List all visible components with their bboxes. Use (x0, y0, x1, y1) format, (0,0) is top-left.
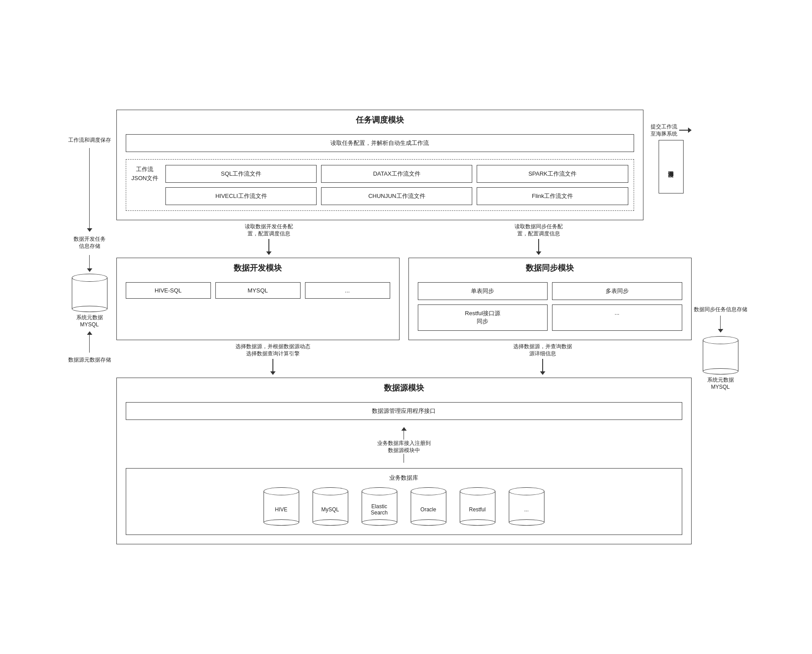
data-sync-module: 数据同步模块 单表同步 多表同步 Restful接口源 同步 ... (408, 258, 692, 340)
workflow-save-label: 工作流和调度保存 (68, 136, 111, 144)
data-sync-title: 数据同步模块 (409, 258, 691, 277)
task-read-box: 读取任务配置，并解析自动生成工作流 (126, 134, 634, 152)
register-arrow: 业务数据库接入注册到 数据源模块中 (126, 427, 682, 463)
business-db-label: 业务数据库 (135, 474, 673, 482)
arrow-sync-head (536, 251, 541, 255)
business-db-section: 业务数据库 HIVE MySQL (126, 468, 682, 535)
task-module: 任务调度模块 读取任务配置，并解析自动生成工作流 工作流 JSON文件 (116, 110, 643, 220)
sync-restful: Restful接口源 同步 (418, 304, 548, 330)
workflow-label: 工作流 JSON文件 (132, 165, 159, 182)
db-etc: ... (507, 487, 547, 526)
right-sync-label: 数据同步任务信息存储 (694, 306, 747, 313)
arrow-sync-label: 读取数据同步任务配 置，配置调度信息 (515, 223, 563, 237)
dev-etc: ... (305, 282, 390, 299)
center-content: 任务调度模块 读取任务配置，并解析自动生成工作流 工作流 JSON文件 (116, 110, 692, 544)
data-sync-grid: 单表同步 多表同步 Restful接口源 同步 ... (418, 282, 682, 330)
arrow-sync-to-source: 选择数据源，并查询数据 源详细信息 (513, 343, 572, 375)
cyl-body (72, 278, 107, 309)
wf-datax: DATAX工作流文件 (321, 165, 472, 183)
wf-spark: SPARK工作流文件 (477, 165, 628, 183)
wf-chunjun: CHUNJUN工作流文件 (321, 187, 472, 205)
mid-to-ds-arrows: 选择数据源，并根据数据源动态 选择数据查询计算引擎 选择数据源，并查询数据 源详… (116, 340, 692, 378)
right-side-panel: 数据同步任务信息存储 系统元数据 MYSQL (692, 110, 750, 390)
db-icons-row: HIVE MySQL (135, 487, 673, 526)
right-arrow-down (718, 316, 723, 333)
task-to-mid-arrows: 读取数据开发任务配 置，配置调度信息 读取数据同步任务配 置，配置调度信息 (116, 220, 692, 258)
cyl-bottom (72, 306, 107, 312)
dev-hive: HIVE-SQL (126, 282, 211, 299)
arrow-dev-to-source: 选择数据源，并根据数据源动态 选择数据查询计算引擎 (235, 343, 310, 375)
data-dev-title: 数据开发模块 (117, 258, 399, 277)
data-source-module: 数据源模块 数据源管理应用程序接口 业务数据库接入注册到 数据源模块中 业务数据… (116, 378, 692, 544)
db-restful: Restful (458, 487, 498, 526)
data-dev-grid: HIVE-SQL MYSQL ... (126, 282, 390, 299)
left-sys-db (70, 274, 110, 312)
workflow-area: 工作流 JSON文件 SQL工作流文件 DATAX工作流文件 SPARK工作流文… (126, 159, 634, 211)
arrow-dev-head (266, 251, 272, 255)
submit-arrow-group: 提交工作流 至海豚系统 (651, 123, 692, 137)
wf-hivecli: HIVECLI工作流文件 (165, 187, 317, 205)
mid-row: 数据开发模块 HIVE-SQL MYSQL ... 数据同步模块 单表 (116, 258, 692, 340)
arrow-sync-line (538, 239, 539, 251)
arrow-dev-source-line (272, 359, 273, 371)
right-sys-db (701, 336, 741, 374)
main-diagram: 工作流和调度保存 数据开发任务 信息存储 系统元数 (49, 96, 763, 558)
dolphin-section: 提交工作流 至海豚系统 海豚调度器 (651, 123, 692, 193)
register-label: 业务数据库接入注册到 数据源模块中 (377, 440, 431, 454)
data-sync-inner: 单表同步 多表同步 Restful接口源 同步 ... (409, 277, 691, 339)
task-module-inner: 读取任务配置，并解析自动生成工作流 工作流 JSON文件 SQL工作流文件 DA (117, 129, 643, 220)
db-oracle: Oracle (408, 487, 449, 526)
arrow-dev-line (268, 239, 269, 251)
ds-module-inner: 数据源管理应用程序接口 业务数据库接入注册到 数据源模块中 业务数据库 (117, 397, 691, 544)
dev-mysql: MYSQL (215, 282, 301, 299)
arrow-dev-source-label: 选择数据源，并根据数据源动态 选择数据查询计算引擎 (235, 343, 310, 357)
arrow-sync-source-line (542, 359, 543, 371)
wf-sql: SQL工作流文件 (165, 165, 317, 183)
dolphin-box: 海豚调度器 (659, 140, 684, 193)
left-db-label: 系统元数据 MYSQL (76, 314, 103, 328)
horiz-arrow (679, 128, 692, 133)
left-bottom-arrow (87, 331, 92, 353)
workflow-grid: SQL工作流文件 DATAX工作流文件 SPARK工作流文件 HIVECLI工作… (165, 165, 628, 205)
right-db-label: 系统元数据 MYSQL (707, 376, 734, 390)
dev-task-storage-label: 数据开发任务 信息存储 (74, 235, 106, 250)
wf-flink: Flink工作流文件 (477, 187, 628, 205)
arrow-sync-source-head (540, 371, 545, 375)
task-module-title: 任务调度模块 (117, 110, 643, 129)
arrow-to-dev: 读取数据开发任务配 置，配置调度信息 (245, 223, 293, 255)
data-dev-inner: HIVE-SQL MYSQL ... (117, 277, 399, 308)
left-top-connector: 工作流和调度保存 (68, 136, 111, 144)
sync-multi: 多表同步 (552, 282, 682, 300)
left-side-panel: 工作流和调度保存 数据开发任务 信息存储 系统元数 (63, 110, 116, 363)
db-mysql: MySQL (310, 487, 350, 526)
workflow-json-label: 工作流 JSON文件 (132, 165, 161, 182)
ds-api-box: 数据源管理应用程序接口 (126, 402, 682, 420)
ds-module-title: 数据源模块 (117, 378, 691, 397)
arrow-sync-source-label: 选择数据源，并查询数据 源详细信息 (513, 343, 572, 357)
arrow-dev-source-head (270, 371, 276, 375)
db-hive: HIVE (261, 487, 301, 526)
db-elasticsearch: Elastic Search (359, 487, 400, 526)
submit-label: 提交工作流 至海豚系统 (651, 123, 677, 137)
arrow-dev-label: 读取数据开发任务配 置，配置调度信息 (245, 223, 293, 237)
left-mid-arrow (87, 255, 92, 272)
source-meta-label: 数据源元数据存储 (68, 356, 111, 363)
sync-single: 单表同步 (418, 282, 548, 300)
task-module-row: 任务调度模块 读取任务配置，并解析自动生成工作流 工作流 JSON文件 (116, 110, 692, 220)
left-vert-line (87, 148, 92, 232)
sync-etc: ... (552, 304, 682, 330)
left-connector-group (87, 148, 92, 232)
arrow-to-sync: 读取数据同步任务配 置，配置调度信息 (515, 223, 563, 255)
data-dev-module: 数据开发模块 HIVE-SQL MYSQL ... (116, 258, 400, 340)
